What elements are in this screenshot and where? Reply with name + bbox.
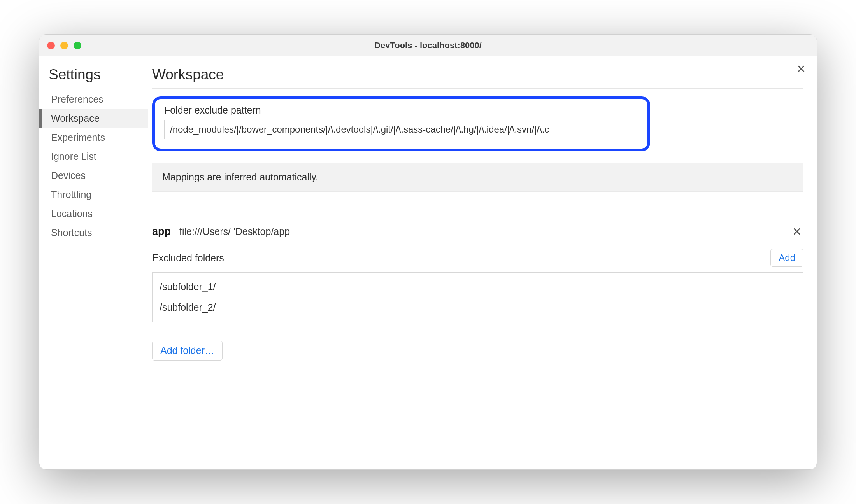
- excluded-folder-item[interactable]: /subfolder_1/: [153, 276, 803, 297]
- sidebar-item-experiments[interactable]: Experiments: [39, 128, 148, 147]
- workspace-folder-section: app file:///Users/ 'Desktop/app Excluded…: [152, 210, 803, 360]
- remove-folder-button[interactable]: [790, 225, 803, 238]
- window-titlebar: DevTools - localhost:8000/: [39, 35, 817, 56]
- sidebar-item-locations[interactable]: Locations: [39, 204, 148, 223]
- settings-sidebar: Settings Preferences Workspace Experimen…: [39, 56, 148, 469]
- exclude-pattern-input[interactable]: [164, 120, 638, 139]
- excluded-folder-item[interactable]: /subfolder_2/: [153, 297, 803, 318]
- sidebar-item-preferences[interactable]: Preferences: [39, 90, 148, 109]
- settings-main: Workspace Folder exclude pattern Mapping…: [148, 56, 817, 469]
- excluded-folders-label: Excluded folders: [152, 252, 224, 264]
- sidebar-item-shortcuts[interactable]: Shortcuts: [39, 223, 148, 242]
- mappings-info-banner: Mappings are inferred automatically.: [152, 163, 803, 192]
- settings-content: Settings Preferences Workspace Experimen…: [39, 56, 817, 469]
- settings-heading: Settings: [39, 66, 148, 90]
- exclude-pattern-label: Folder exclude pattern: [164, 105, 638, 116]
- excluded-folders-list: /subfolder_1/ /subfolder_2/: [152, 272, 803, 322]
- close-icon: [797, 65, 805, 73]
- page-title: Workspace: [152, 66, 803, 89]
- window-title: DevTools - localhost:8000/: [39, 40, 817, 51]
- sidebar-item-devices[interactable]: Devices: [39, 166, 148, 185]
- exclude-pattern-highlight: Folder exclude pattern: [152, 96, 650, 151]
- close-settings-button[interactable]: [795, 63, 807, 75]
- sidebar-item-ignore-list[interactable]: Ignore List: [39, 147, 148, 166]
- excluded-folders-row: Excluded folders Add: [152, 249, 803, 267]
- close-icon: [793, 227, 801, 236]
- folder-path: file:///Users/ 'Desktop/app: [179, 226, 290, 237]
- sidebar-item-throttling[interactable]: Throttling: [39, 185, 148, 204]
- add-folder-button[interactable]: Add folder…: [152, 341, 223, 360]
- folder-name: app: [152, 226, 171, 238]
- sidebar-item-workspace[interactable]: Workspace: [39, 109, 148, 128]
- add-excluded-button[interactable]: Add: [770, 249, 803, 267]
- folder-header: app file:///Users/ 'Desktop/app: [152, 225, 803, 238]
- devtools-settings-window: DevTools - localhost:8000/ Settings Pref…: [39, 34, 817, 470]
